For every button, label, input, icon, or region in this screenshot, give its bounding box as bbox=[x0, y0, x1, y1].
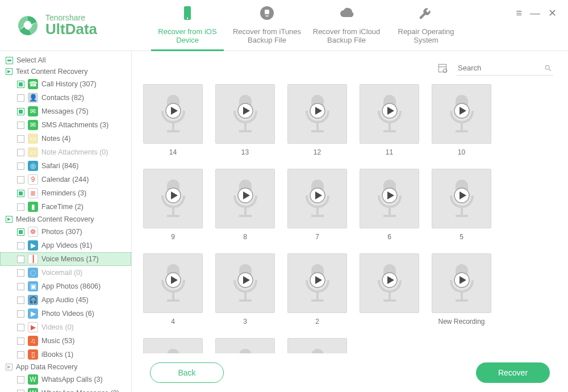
search-input[interactable] bbox=[458, 64, 538, 72]
checkbox[interactable] bbox=[17, 122, 24, 129]
checkbox[interactable] bbox=[17, 190, 24, 197]
menu-icon[interactable]: ≡ bbox=[516, 8, 522, 18]
gallery-item[interactable]: 11 bbox=[360, 84, 419, 156]
checkbox[interactable] bbox=[17, 81, 24, 88]
tab-phone[interactable]: Recover from iOSDevice bbox=[148, 5, 227, 51]
group-1[interactable]: Media Content Recovery bbox=[0, 214, 131, 225]
thumbnail[interactable] bbox=[287, 338, 347, 353]
gallery-item[interactable]: New Recording1 bbox=[215, 338, 275, 353]
gallery-item[interactable]: 4 bbox=[143, 253, 203, 326]
group-0[interactable]: Text Content Recovery bbox=[0, 66, 131, 77]
gallery-item[interactable] bbox=[360, 253, 419, 326]
checkbox[interactable] bbox=[17, 324, 24, 331]
select-all[interactable]: Select All bbox=[0, 55, 131, 66]
checkbox[interactable] bbox=[6, 57, 13, 64]
sidebar-item[interactable]: ❁Photos (307) bbox=[0, 225, 131, 239]
gallery-item[interactable]: 5 bbox=[432, 169, 491, 241]
checkbox[interactable] bbox=[17, 256, 24, 263]
gallery-item[interactable]: 9 bbox=[143, 169, 203, 241]
thumbnail[interactable] bbox=[143, 169, 203, 228]
thumbnail[interactable] bbox=[360, 253, 419, 313]
close-icon[interactable]: ✕ bbox=[548, 8, 557, 18]
checkbox[interactable] bbox=[17, 162, 24, 170]
sidebar[interactable]: Select AllText Content Recovery☎Call His… bbox=[0, 51, 132, 392]
sidebar-item[interactable]: 🎧App Audio (45) bbox=[0, 293, 131, 307]
tab-record[interactable]: Recover from iTunesBackup File bbox=[227, 5, 307, 51]
sidebar-item[interactable]: ♫Music (53) bbox=[0, 334, 131, 348]
gallery-item[interactable]: 14 bbox=[143, 84, 203, 156]
gallery-item[interactable]: New Recording 2 bbox=[143, 338, 203, 353]
sidebar-item[interactable]: WWhatsApp Messages (3) bbox=[0, 386, 131, 392]
thumbnail[interactable] bbox=[215, 338, 275, 353]
thumbnail[interactable] bbox=[360, 169, 419, 228]
gallery-item[interactable]: 12 bbox=[287, 84, 347, 156]
gallery-item[interactable]: New Recording bbox=[432, 253, 491, 326]
tab-wrench[interactable]: Repair OperatingSystem bbox=[386, 5, 466, 51]
checkbox[interactable] bbox=[17, 376, 24, 383]
gallery-item[interactable]: 8 bbox=[215, 169, 275, 241]
checkbox[interactable] bbox=[17, 390, 24, 393]
expand-icon[interactable] bbox=[6, 68, 12, 75]
gallery-item[interactable]: 10 bbox=[432, 84, 491, 156]
checkbox[interactable] bbox=[17, 283, 24, 290]
gallery-item[interactable]: 2 bbox=[287, 253, 347, 326]
thumbnail[interactable] bbox=[215, 253, 275, 313]
gallery-item[interactable] bbox=[287, 338, 347, 353]
checkbox[interactable] bbox=[17, 135, 24, 143]
thumbnail[interactable] bbox=[287, 253, 347, 313]
sidebar-item[interactable]: ✉SMS Attachments (3) bbox=[0, 118, 131, 132]
recover-button[interactable]: Recover bbox=[476, 362, 550, 383]
sidebar-item[interactable]: ▣App Photos (8606) bbox=[0, 280, 131, 293]
checkbox[interactable] bbox=[17, 351, 24, 358]
checkbox[interactable] bbox=[17, 149, 24, 156]
checkbox[interactable] bbox=[17, 176, 24, 184]
sidebar-item[interactable]: ▶Videos (0) bbox=[0, 320, 131, 334]
gallery-item[interactable]: 7 bbox=[287, 169, 347, 241]
expand-icon[interactable] bbox=[6, 216, 12, 223]
sidebar-item[interactable]: WWhatsApp Calls (3) bbox=[0, 373, 131, 386]
sidebar-item[interactable]: ▭Note Attachments (0) bbox=[0, 145, 131, 159]
checkbox[interactable] bbox=[17, 108, 24, 115]
minimize-icon[interactable]: — bbox=[530, 8, 540, 18]
gallery-item[interactable]: 6 bbox=[360, 169, 419, 241]
sidebar-item[interactable]: ✉Messages (75) bbox=[0, 105, 131, 118]
checkbox[interactable] bbox=[17, 242, 24, 249]
checkbox[interactable] bbox=[17, 269, 24, 277]
thumbnail[interactable] bbox=[143, 338, 203, 353]
sidebar-item[interactable]: ◌Voicemail (0) bbox=[0, 266, 131, 280]
checkbox[interactable] bbox=[17, 203, 24, 211]
sidebar-item[interactable]: ≣Reminders (3) bbox=[0, 186, 131, 200]
checkbox[interactable] bbox=[17, 337, 24, 345]
checkbox[interactable] bbox=[17, 94, 24, 102]
sidebar-item[interactable]: 9Calendar (244) bbox=[0, 173, 131, 186]
gallery-item[interactable]: 3 bbox=[215, 253, 275, 326]
thumbnail[interactable] bbox=[432, 253, 491, 313]
thumbnail[interactable] bbox=[215, 84, 275, 144]
tab-cloud[interactable]: Recover from iCloudBackup File bbox=[307, 5, 386, 51]
sidebar-item[interactable]: 👤Contacts (82) bbox=[0, 91, 131, 105]
expand-icon[interactable] bbox=[6, 364, 12, 370]
sidebar-item[interactable]: ▭Notes (4) bbox=[0, 132, 131, 145]
thumbnail[interactable] bbox=[432, 169, 491, 228]
thumbnail[interactable] bbox=[215, 169, 275, 228]
thumbnail[interactable] bbox=[143, 253, 203, 313]
gallery-item[interactable]: 13 bbox=[215, 84, 275, 156]
sidebar-item[interactable]: ▯iBooks (1) bbox=[0, 348, 131, 361]
sidebar-item[interactable]: ▶Photo Videos (6) bbox=[0, 307, 131, 320]
thumbnail[interactable] bbox=[287, 84, 347, 144]
view-settings-icon[interactable] bbox=[437, 63, 448, 73]
thumbnail[interactable] bbox=[287, 169, 347, 228]
thumbnail[interactable] bbox=[432, 84, 491, 144]
sidebar-item[interactable]: ┃Voice Memos (17) bbox=[0, 252, 131, 266]
checkbox[interactable] bbox=[17, 228, 24, 236]
sidebar-item[interactable]: ▮FaceTime (2) bbox=[0, 200, 131, 214]
sidebar-item[interactable]: ◎Safari (846) bbox=[0, 159, 131, 173]
back-button[interactable]: Back bbox=[150, 362, 224, 383]
sidebar-item[interactable]: ☎Call History (307) bbox=[0, 77, 131, 91]
search-box[interactable] bbox=[457, 61, 553, 76]
thumbnail[interactable] bbox=[360, 84, 419, 144]
checkbox[interactable] bbox=[17, 297, 24, 304]
thumbnail[interactable] bbox=[143, 84, 203, 144]
group-2[interactable]: App Data Recovery bbox=[0, 361, 131, 373]
sidebar-item[interactable]: ▶App Videos (91) bbox=[0, 239, 131, 252]
